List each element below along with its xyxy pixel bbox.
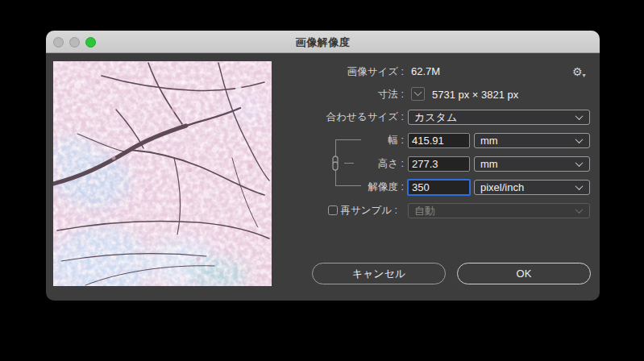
window-title: 画像解像度 <box>46 35 600 50</box>
height-unit-select[interactable]: mm <box>474 156 590 172</box>
chevron-down-icon <box>414 88 422 96</box>
resample-label: 再サンプル : <box>321 205 397 217</box>
resolution-input[interactable] <box>407 179 471 196</box>
options-gear-button[interactable]: ⚙▾ <box>572 66 586 81</box>
caret-down-icon: ▾ <box>583 72 586 79</box>
chevron-down-icon <box>575 205 584 214</box>
width-label: 幅 : <box>327 135 404 147</box>
fit-to-value: カスタム <box>414 110 457 125</box>
resample-method-value: 自動 <box>414 204 435 218</box>
titlebar[interactable]: 画像解像度 <box>46 31 600 53</box>
height-label: 高さ : <box>327 158 404 170</box>
image-size-dialog: 画像解像度 <box>46 31 600 301</box>
chevron-down-icon <box>575 182 584 190</box>
cherry-blossom-photo <box>53 61 272 286</box>
chevron-down-icon <box>575 112 584 120</box>
dimensions-unit-button[interactable] <box>411 87 425 101</box>
ok-button[interactable]: OK <box>457 263 591 284</box>
width-input[interactable] <box>408 133 470 148</box>
width-unit-value: mm <box>480 135 498 147</box>
resolution-unit-value: pixel/inch <box>480 181 524 193</box>
chevron-down-icon <box>575 135 584 143</box>
resolution-unit-select[interactable]: pixel/inch <box>474 180 590 195</box>
resample-method-select: 自動 <box>408 203 590 218</box>
page-background: { "window": { "title": "画像解像度" }, "field… <box>0 0 644 361</box>
height-unit-value: mm <box>480 158 498 170</box>
width-unit-select[interactable]: mm <box>474 133 590 148</box>
gear-icon: ⚙ <box>572 65 583 78</box>
image-size-value: 62.7M <box>411 65 440 77</box>
cancel-button[interactable]: キャンセル <box>312 263 446 284</box>
chevron-down-icon <box>575 159 584 167</box>
dimensions-label: 寸法 : <box>272 89 404 101</box>
dimensions-value: 5731 px × 3821 px <box>432 89 518 101</box>
preview-image[interactable] <box>53 61 272 286</box>
fit-to-select[interactable]: カスタム <box>408 110 590 125</box>
resolution-label: 解像度 : <box>327 181 404 193</box>
image-size-label: 画像サイズ : <box>272 66 404 78</box>
height-input[interactable] <box>408 156 470 172</box>
fit-to-label: 合わせるサイズ : <box>272 111 404 123</box>
